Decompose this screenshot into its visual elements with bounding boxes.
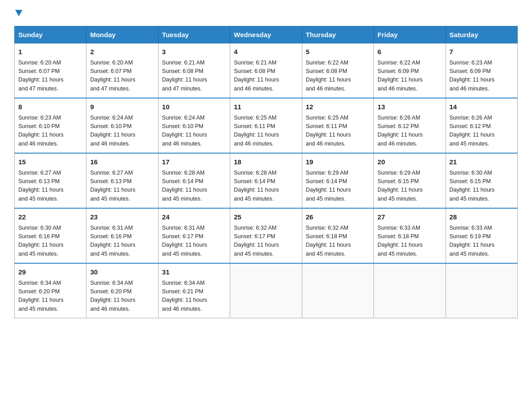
calendar-cell: 14Sunrise: 6:26 AMSunset: 6:12 PMDayligh… xyxy=(446,98,517,153)
day-info: Sunrise: 6:29 AMSunset: 6:14 PMDaylight:… xyxy=(306,169,370,204)
calendar-cell: 9Sunrise: 6:24 AMSunset: 6:10 PMDaylight… xyxy=(86,98,158,153)
calendar-cell: 21Sunrise: 6:30 AMSunset: 6:15 PMDayligh… xyxy=(446,153,517,208)
day-info: Sunrise: 6:30 AMSunset: 6:16 PMDaylight:… xyxy=(18,224,82,259)
day-number: 5 xyxy=(306,47,370,57)
day-info: Sunrise: 6:26 AMSunset: 6:12 PMDaylight:… xyxy=(450,114,514,149)
calendar-cell: 28Sunrise: 6:33 AMSunset: 6:19 PMDayligh… xyxy=(446,208,517,263)
weekday-header-row: SundayMondayTuesdayWednesdayThursdayFrid… xyxy=(15,26,518,43)
calendar-cell xyxy=(446,263,517,318)
day-number: 15 xyxy=(18,157,82,167)
calendar-cell: 5Sunrise: 6:22 AMSunset: 6:08 PMDaylight… xyxy=(302,43,373,98)
day-number: 20 xyxy=(378,157,442,167)
day-info: Sunrise: 6:21 AMSunset: 6:08 PMDaylight:… xyxy=(162,59,226,94)
day-info: Sunrise: 6:33 AMSunset: 6:19 PMDaylight:… xyxy=(450,224,514,259)
calendar-table: SundayMondayTuesdayWednesdayThursdayFrid… xyxy=(14,26,518,318)
weekday-thursday: Thursday xyxy=(302,26,373,43)
day-info: Sunrise: 6:27 AMSunset: 6:13 PMDaylight:… xyxy=(90,169,154,204)
weekday-monday: Monday xyxy=(86,26,158,43)
calendar-cell: 1Sunrise: 6:20 AMSunset: 6:07 PMDaylight… xyxy=(15,43,86,98)
week-row-4: 22Sunrise: 6:30 AMSunset: 6:16 PMDayligh… xyxy=(15,208,518,263)
calendar-cell: 19Sunrise: 6:29 AMSunset: 6:14 PMDayligh… xyxy=(302,153,373,208)
calendar-cell: 12Sunrise: 6:25 AMSunset: 6:11 PMDayligh… xyxy=(302,98,373,153)
day-number: 14 xyxy=(450,102,514,112)
day-info: Sunrise: 6:28 AMSunset: 6:14 PMDaylight:… xyxy=(162,169,226,204)
day-info: Sunrise: 6:32 AMSunset: 6:18 PMDaylight:… xyxy=(306,224,370,259)
calendar-cell: 18Sunrise: 6:28 AMSunset: 6:14 PMDayligh… xyxy=(230,153,302,208)
day-number: 28 xyxy=(450,212,514,223)
day-info: Sunrise: 6:25 AMSunset: 6:11 PMDaylight:… xyxy=(234,114,298,149)
calendar-cell: 4Sunrise: 6:21 AMSunset: 6:08 PMDaylight… xyxy=(230,43,302,98)
day-info: Sunrise: 6:20 AMSunset: 6:07 PMDaylight:… xyxy=(90,59,154,94)
calendar-cell: 27Sunrise: 6:33 AMSunset: 6:18 PMDayligh… xyxy=(374,208,446,263)
day-info: Sunrise: 6:32 AMSunset: 6:17 PMDaylight:… xyxy=(234,224,298,259)
day-number: 12 xyxy=(306,102,370,112)
day-info: Sunrise: 6:27 AMSunset: 6:13 PMDaylight:… xyxy=(18,169,82,204)
day-number: 19 xyxy=(306,157,370,167)
calendar-cell: 29Sunrise: 6:34 AMSunset: 6:20 PMDayligh… xyxy=(15,263,86,318)
calendar-cell: 16Sunrise: 6:27 AMSunset: 6:13 PMDayligh… xyxy=(86,153,158,208)
day-info: Sunrise: 6:30 AMSunset: 6:15 PMDaylight:… xyxy=(450,169,514,204)
day-number: 2 xyxy=(90,47,154,57)
day-number: 8 xyxy=(18,102,82,112)
calendar-cell: 8Sunrise: 6:23 AMSunset: 6:10 PMDaylight… xyxy=(15,98,86,153)
page-header xyxy=(14,11,518,17)
day-number: 10 xyxy=(162,102,226,112)
calendar-cell xyxy=(230,263,302,318)
calendar-cell: 25Sunrise: 6:32 AMSunset: 6:17 PMDayligh… xyxy=(230,208,302,263)
logo-triangle-icon xyxy=(15,10,22,16)
calendar-header: SundayMondayTuesdayWednesdayThursdayFrid… xyxy=(15,26,518,43)
calendar-cell: 30Sunrise: 6:34 AMSunset: 6:20 PMDayligh… xyxy=(86,263,158,318)
day-info: Sunrise: 6:24 AMSunset: 6:10 PMDaylight:… xyxy=(90,114,154,149)
weekday-sunday: Sunday xyxy=(15,26,86,43)
day-info: Sunrise: 6:34 AMSunset: 6:20 PMDaylight:… xyxy=(90,279,154,314)
calendar-cell: 31Sunrise: 6:34 AMSunset: 6:21 PMDayligh… xyxy=(158,263,230,318)
calendar-cell: 22Sunrise: 6:30 AMSunset: 6:16 PMDayligh… xyxy=(15,208,86,263)
day-number: 16 xyxy=(90,157,154,167)
day-info: Sunrise: 6:22 AMSunset: 6:09 PMDaylight:… xyxy=(378,59,442,94)
day-number: 18 xyxy=(234,157,298,167)
calendar-cell: 11Sunrise: 6:25 AMSunset: 6:11 PMDayligh… xyxy=(230,98,302,153)
day-info: Sunrise: 6:23 AMSunset: 6:10 PMDaylight:… xyxy=(18,114,82,149)
day-number: 21 xyxy=(450,157,514,167)
week-row-1: 1Sunrise: 6:20 AMSunset: 6:07 PMDaylight… xyxy=(15,43,518,98)
day-number: 3 xyxy=(162,47,226,57)
week-row-5: 29Sunrise: 6:34 AMSunset: 6:20 PMDayligh… xyxy=(15,263,518,318)
calendar-cell xyxy=(374,263,446,318)
day-info: Sunrise: 6:34 AMSunset: 6:20 PMDaylight:… xyxy=(18,279,82,314)
day-number: 13 xyxy=(378,102,442,112)
calendar-cell: 17Sunrise: 6:28 AMSunset: 6:14 PMDayligh… xyxy=(158,153,230,208)
day-info: Sunrise: 6:22 AMSunset: 6:08 PMDaylight:… xyxy=(306,59,370,94)
calendar-cell: 13Sunrise: 6:26 AMSunset: 6:12 PMDayligh… xyxy=(374,98,446,153)
day-info: Sunrise: 6:31 AMSunset: 6:16 PMDaylight:… xyxy=(90,224,154,259)
day-number: 31 xyxy=(162,267,226,278)
day-number: 26 xyxy=(306,212,370,223)
calendar-cell: 10Sunrise: 6:24 AMSunset: 6:10 PMDayligh… xyxy=(158,98,230,153)
day-info: Sunrise: 6:21 AMSunset: 6:08 PMDaylight:… xyxy=(234,59,298,94)
day-info: Sunrise: 6:25 AMSunset: 6:11 PMDaylight:… xyxy=(306,114,370,149)
day-number: 23 xyxy=(90,212,154,223)
day-number: 30 xyxy=(90,267,154,278)
day-number: 6 xyxy=(378,47,442,57)
day-info: Sunrise: 6:33 AMSunset: 6:18 PMDaylight:… xyxy=(378,224,442,259)
calendar-cell: 2Sunrise: 6:20 AMSunset: 6:07 PMDaylight… xyxy=(86,43,158,98)
day-info: Sunrise: 6:34 AMSunset: 6:21 PMDaylight:… xyxy=(162,279,226,314)
calendar-cell: 24Sunrise: 6:31 AMSunset: 6:17 PMDayligh… xyxy=(158,208,230,263)
day-number: 11 xyxy=(234,102,298,112)
day-number: 24 xyxy=(162,212,226,223)
day-info: Sunrise: 6:23 AMSunset: 6:09 PMDaylight:… xyxy=(450,59,514,94)
weekday-friday: Friday xyxy=(374,26,446,43)
day-number: 27 xyxy=(378,212,442,223)
day-number: 29 xyxy=(18,267,82,278)
weekday-tuesday: Tuesday xyxy=(158,26,230,43)
day-info: Sunrise: 6:24 AMSunset: 6:10 PMDaylight:… xyxy=(162,114,226,149)
day-info: Sunrise: 6:28 AMSunset: 6:14 PMDaylight:… xyxy=(234,169,298,204)
day-number: 7 xyxy=(450,47,514,57)
calendar-cell: 7Sunrise: 6:23 AMSunset: 6:09 PMDaylight… xyxy=(446,43,517,98)
calendar-cell: 6Sunrise: 6:22 AMSunset: 6:09 PMDaylight… xyxy=(374,43,446,98)
calendar-cell: 15Sunrise: 6:27 AMSunset: 6:13 PMDayligh… xyxy=(15,153,86,208)
calendar-body: 1Sunrise: 6:20 AMSunset: 6:07 PMDaylight… xyxy=(15,43,518,318)
week-row-3: 15Sunrise: 6:27 AMSunset: 6:13 PMDayligh… xyxy=(15,153,518,208)
logo xyxy=(14,11,22,17)
calendar-cell: 23Sunrise: 6:31 AMSunset: 6:16 PMDayligh… xyxy=(86,208,158,263)
calendar-cell xyxy=(302,263,373,318)
